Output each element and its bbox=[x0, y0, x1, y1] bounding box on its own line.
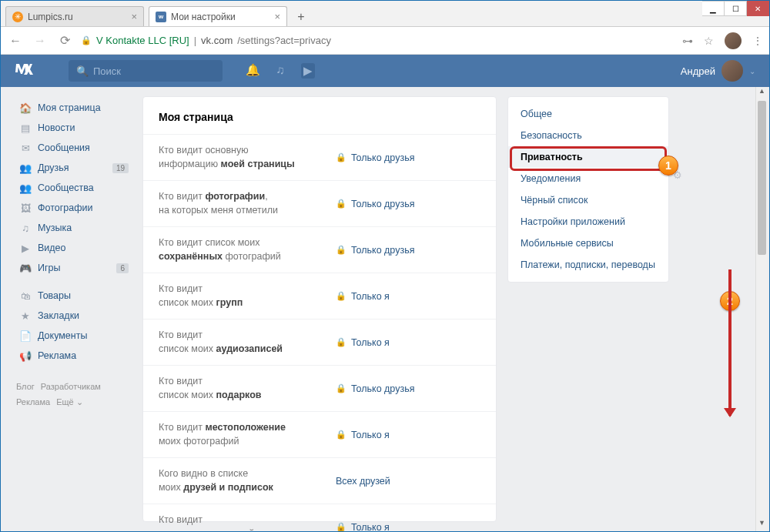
settings-tab[interactable]: Приватность bbox=[508, 146, 668, 168]
ssl-org-label: V Kontakte LLC [RU] bbox=[96, 35, 189, 46]
vk-logo-icon[interactable] bbox=[15, 63, 69, 79]
browser-tab-lumpics[interactable]: ✳ Lumpics.ru × bbox=[5, 6, 144, 26]
nav-icon: 🏠 bbox=[19, 102, 32, 114]
nav-icon: 🛍 bbox=[19, 290, 32, 302]
nav-label: Новости bbox=[38, 122, 75, 133]
profile-avatar-icon[interactable] bbox=[725, 32, 742, 49]
annotation-marker-1: 1 bbox=[658, 156, 678, 176]
sidebar-item[interactable]: 📄Документы bbox=[16, 326, 132, 346]
privacy-setting-row[interactable]: Кто видит список моихсохранённых фотогра… bbox=[143, 226, 496, 273]
setting-label: Кто видит основнуюинформацию моей страни… bbox=[159, 144, 336, 171]
sidebar-item[interactable]: 🎮Игры6 bbox=[16, 258, 132, 278]
sidebar-item[interactable]: 👥Друзья19 bbox=[16, 158, 132, 178]
footer-link[interactable]: Ещё ⌄ bbox=[56, 397, 83, 407]
settings-tab[interactable]: Платежи, подписки, переводы bbox=[508, 254, 668, 276]
privacy-setting-row[interactable]: Кто видитсписок моих аудиозаписей🔒Только… bbox=[143, 319, 496, 365]
browser-tab-vk-settings[interactable]: w Мои настройки × bbox=[149, 6, 287, 26]
setting-label: Кто видитсписок моих подарков bbox=[159, 375, 336, 402]
settings-tab[interactable]: Уведомления bbox=[508, 168, 668, 189]
user-avatar-icon[interactable] bbox=[721, 60, 743, 82]
reload-button[interactable]: ⟳ bbox=[56, 33, 73, 48]
nav-label: Документы bbox=[38, 330, 87, 341]
notifications-icon[interactable]: 🔔 bbox=[246, 63, 259, 79]
nav-label: Закладки bbox=[38, 310, 79, 321]
sidebar-item[interactable]: 📢Реклама bbox=[16, 346, 132, 366]
sidebar-item[interactable]: 👥Сообщества bbox=[16, 178, 132, 198]
setting-value[interactable]: 🔒Только я bbox=[336, 430, 390, 440]
sidebar-item[interactable]: 🏠Моя страница bbox=[16, 98, 132, 118]
lock-icon: 🔒 bbox=[81, 35, 92, 45]
address-bar[interactable]: 🔒 V Kontakte LLC [RU] | vk.com/settings?… bbox=[81, 35, 675, 46]
setting-value[interactable]: Всех друзей bbox=[336, 476, 390, 487]
sidebar-item[interactable]: ♫Музыка bbox=[16, 218, 132, 238]
nav-label: Игры bbox=[38, 263, 60, 273]
sidebar-item[interactable]: ★Закладки bbox=[16, 306, 132, 326]
privacy-setting-row[interactable]: Кто видит местоположениемоих фотографий🔒… bbox=[143, 411, 496, 457]
scroll-up-icon[interactable]: ▲ bbox=[756, 87, 768, 99]
privacy-setting-row[interactable]: Кто видитсписок моих подарков🔒Только дру… bbox=[143, 365, 496, 411]
nav-label: Видео bbox=[38, 243, 66, 253]
url-host: vk.com bbox=[201, 35, 233, 46]
privacy-setting-row[interactable]: Кто видит фотографии,на которых меня отм… bbox=[143, 180, 496, 226]
nav-label: Товары bbox=[38, 290, 71, 301]
nav-label: Реклама bbox=[38, 350, 76, 361]
username-label: Андрей bbox=[681, 65, 715, 77]
setting-value[interactable]: 🔒Только я bbox=[336, 291, 390, 302]
privacy-setting-row[interactable]: Кто видитсписок моих групп🔒Только я bbox=[143, 273, 496, 319]
menu-icon[interactable]: ⋮ bbox=[752, 35, 763, 47]
settings-tab[interactable]: Общее bbox=[508, 103, 668, 125]
setting-value[interactable]: 🔒Только друзья bbox=[336, 383, 415, 394]
tab-close-icon[interactable]: × bbox=[274, 11, 280, 22]
video-play-icon[interactable]: ▶ bbox=[301, 63, 315, 79]
back-button[interactable]: ← bbox=[7, 34, 24, 48]
footer-link[interactable]: Реклама bbox=[16, 397, 50, 407]
left-sidebar: 🏠Моя страница▤Новости✉Сообщения👥Друзья19… bbox=[16, 96, 132, 522]
key-icon[interactable]: ⊶ bbox=[682, 35, 693, 47]
setting-value[interactable]: 🔒Только я bbox=[336, 337, 390, 348]
footer-link[interactable]: Разработчикам bbox=[41, 382, 101, 391]
setting-label: Кого видно в спискемоих друзей и подписо… bbox=[159, 467, 336, 494]
nav-icon: 👥 bbox=[19, 162, 32, 174]
tab-close-icon[interactable]: × bbox=[131, 11, 137, 22]
music-icon[interactable]: ♫ bbox=[273, 63, 287, 79]
chevron-down-icon[interactable]: ⌄ bbox=[749, 67, 755, 75]
sidebar-item[interactable]: ✉Сообщения bbox=[16, 138, 132, 158]
setting-value[interactable]: 🔒Только я bbox=[336, 522, 390, 532]
sidebar-item[interactable]: ▶Видео bbox=[16, 238, 132, 258]
nav-icon: 🎮 bbox=[19, 263, 32, 274]
window-minimize-button[interactable] bbox=[702, 1, 725, 16]
annotation-arrow-down-icon bbox=[728, 269, 732, 416]
settings-tab[interactable]: Настройки приложений bbox=[508, 211, 668, 233]
privacy-setting-row[interactable]: Кто видит основнуюинформацию моей страни… bbox=[143, 134, 496, 180]
nav-icon: ♫ bbox=[19, 223, 32, 234]
lock-icon: 🔒 bbox=[336, 522, 346, 531]
settings-tab[interactable]: Мобильные сервисы bbox=[508, 233, 668, 254]
sidebar-item[interactable]: ▤Новости bbox=[16, 118, 132, 138]
privacy-setting-row[interactable]: Кого видно в спискемоих друзей и подписо… bbox=[143, 457, 496, 504]
new-tab-button[interactable]: + bbox=[292, 8, 310, 26]
nav-icon: 📢 bbox=[19, 350, 32, 362]
privacy-setting-row[interactable]: Кто видитмоих скрытых друзей🔒Только я bbox=[143, 504, 496, 531]
setting-value[interactable]: 🔒Только друзья bbox=[336, 245, 415, 256]
setting-value[interactable]: 🔒Только друзья bbox=[336, 152, 415, 163]
search-input[interactable]: 🔍 Поиск bbox=[69, 60, 223, 82]
window-maximize-button[interactable] bbox=[725, 1, 747, 16]
nav-label: Моя страница bbox=[38, 102, 101, 113]
nav-icon: ★ bbox=[19, 310, 32, 322]
url-path: /settings?act=privacy bbox=[237, 35, 331, 46]
setting-value[interactable]: 🔒Только друзья bbox=[336, 199, 415, 209]
settings-tab[interactable]: Безопасность bbox=[508, 125, 668, 146]
setting-label: Кто видитсписок моих групп bbox=[159, 283, 336, 309]
star-icon[interactable]: ☆ bbox=[704, 35, 714, 47]
page-scrollbar[interactable]: ▲ ▼ bbox=[755, 87, 768, 531]
scroll-down-icon[interactable]: ▼ bbox=[756, 519, 768, 531]
settings-tab[interactable]: Чёрный список bbox=[508, 189, 668, 211]
forward-button[interactable]: → bbox=[32, 34, 49, 48]
window-close-button[interactable] bbox=[747, 1, 769, 16]
scrollbar-thumb[interactable] bbox=[758, 101, 766, 255]
footer-link[interactable]: Блог bbox=[16, 382, 35, 391]
sidebar-footer: БлогРазработчикамРекламаЕщё ⌄ bbox=[16, 380, 132, 410]
sidebar-item[interactable]: 🛍Товары bbox=[16, 286, 132, 306]
nav-icon: ✉ bbox=[19, 142, 32, 154]
sidebar-item[interactable]: 🖼Фотографии bbox=[16, 198, 132, 218]
